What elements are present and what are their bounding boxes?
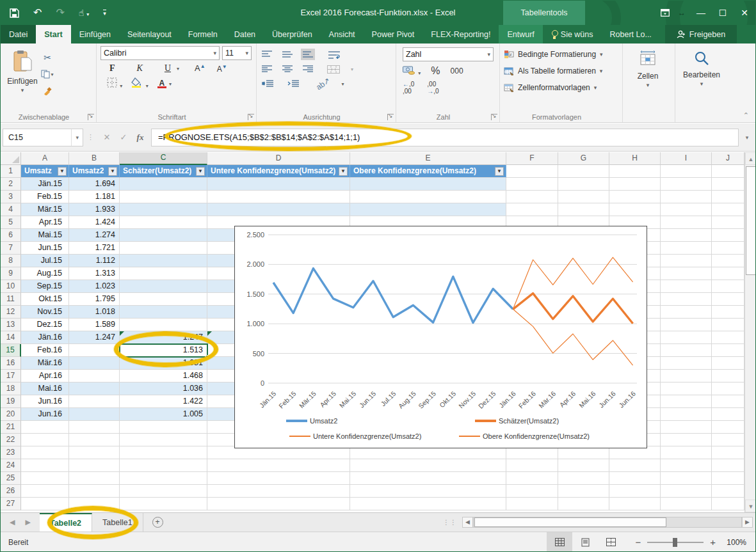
- ribbon-display-options-icon[interactable]: [657, 1, 673, 25]
- cell-E24[interactable]: [350, 459, 506, 472]
- row-header-9[interactable]: 9: [1, 267, 21, 280]
- cell-A24[interactable]: [21, 459, 69, 472]
- cell-E4[interactable]: [350, 203, 506, 216]
- cell-C21[interactable]: [120, 421, 207, 434]
- font-color-icon[interactable]: A ▾: [157, 79, 172, 89]
- cell-I8[interactable]: [661, 255, 712, 267]
- horizontal-scroll-thumb[interactable]: [474, 517, 666, 527]
- cell-H4[interactable]: [609, 203, 661, 216]
- column-header-f[interactable]: F: [506, 152, 558, 165]
- cell-A14[interactable]: Jän.16: [21, 331, 69, 344]
- page-layout-view-button[interactable]: [572, 532, 598, 552]
- cell-C19[interactable]: 1.422: [120, 395, 207, 408]
- horizontal-scroll-track[interactable]: [473, 517, 742, 528]
- cell-A4[interactable]: Mär.15: [21, 203, 69, 216]
- cell-C16[interactable]: 1.081: [120, 357, 207, 370]
- cell-B16[interactable]: [69, 357, 120, 370]
- cell-C15[interactable]: 1.513: [120, 344, 207, 357]
- cell-C17[interactable]: 1.468: [120, 370, 207, 382]
- filter-dropdown-icon[interactable]: ▼: [196, 167, 205, 176]
- cell-J18[interactable]: [712, 382, 744, 395]
- cell-A22[interactable]: [21, 434, 69, 446]
- cell-C24[interactable]: [120, 459, 207, 472]
- chart-series-umsatz2[interactable]: [273, 269, 513, 323]
- cell-E2[interactable]: [350, 178, 506, 191]
- row-header-26[interactable]: 26: [1, 485, 21, 498]
- maximize-button[interactable]: ☐: [712, 1, 734, 25]
- column-header-a[interactable]: A: [21, 152, 69, 165]
- row-header-1[interactable]: 1: [1, 165, 21, 178]
- cell-I5[interactable]: [661, 216, 712, 229]
- column-header-i[interactable]: I: [661, 152, 712, 165]
- row-header-8[interactable]: 8: [1, 255, 21, 267]
- page-break-view-button[interactable]: [598, 532, 623, 552]
- row-header-5[interactable]: 5: [1, 216, 21, 229]
- cell-A12[interactable]: Nov.15: [21, 306, 69, 319]
- filter-dropdown-icon[interactable]: ▼: [108, 167, 117, 176]
- cell-C18[interactable]: 1.036: [120, 382, 207, 395]
- share-button[interactable]: Freigeben: [665, 25, 737, 43]
- cell-F27[interactable]: [506, 498, 558, 510]
- increase-decimal-icon[interactable]: ←,0,00: [403, 81, 414, 95]
- scroll-right-icon[interactable]: ▶: [742, 517, 753, 528]
- cell-I24[interactable]: [661, 459, 712, 472]
- column-header-g[interactable]: G: [558, 152, 609, 165]
- normal-view-button[interactable]: [547, 532, 572, 552]
- row-header-6[interactable]: 6: [1, 229, 21, 242]
- row-header-17[interactable]: 17: [1, 370, 21, 382]
- cell-D26[interactable]: [207, 485, 350, 498]
- cell-J10[interactable]: [712, 280, 744, 293]
- format-as-table-button[interactable]: Als Tabelle formatieren▾: [504, 63, 620, 79]
- row-header-4[interactable]: 4: [1, 203, 21, 216]
- cell-B8[interactable]: 1.112: [69, 255, 120, 267]
- row-header-27[interactable]: 27: [1, 498, 21, 510]
- fill-color-icon[interactable]: ▾: [131, 77, 148, 90]
- cell-H3[interactable]: [609, 191, 661, 203]
- cell-B18[interactable]: [69, 382, 120, 395]
- ribbon-tab-power-pivot[interactable]: Power Pivot: [364, 25, 423, 43]
- cell-G26[interactable]: [558, 485, 609, 498]
- cell-E27[interactable]: [350, 498, 506, 510]
- cell-J12[interactable]: [712, 306, 744, 319]
- column-header-h[interactable]: H: [609, 152, 661, 165]
- cell-A26[interactable]: [21, 485, 69, 498]
- cell-A27[interactable]: [21, 498, 69, 510]
- decrease-indent-icon[interactable]: [262, 80, 273, 88]
- currency-format-icon[interactable]: ▾: [403, 66, 421, 77]
- column-header-c[interactable]: C: [120, 152, 207, 165]
- ribbon-tab-datei[interactable]: Datei: [1, 25, 36, 43]
- cell-B15[interactable]: [69, 344, 120, 357]
- cell-J5[interactable]: [712, 216, 744, 229]
- font-dialog-launcher-icon[interactable]: [248, 114, 254, 120]
- cell-C7[interactable]: [120, 242, 207, 255]
- cell-C6[interactable]: [120, 229, 207, 242]
- cell-D23[interactable]: [207, 446, 350, 459]
- cell-J21[interactable]: [712, 421, 744, 434]
- copy-icon[interactable]: ▾: [40, 68, 54, 81]
- cell-I26[interactable]: [661, 485, 712, 498]
- name-box[interactable]: C15 ▾: [3, 129, 83, 146]
- row-header-25[interactable]: 25: [1, 472, 21, 485]
- cell-G3[interactable]: [558, 191, 609, 203]
- cell-G23[interactable]: [558, 446, 609, 459]
- ribbon-tab-start[interactable]: Start: [36, 25, 70, 43]
- cell-B22[interactable]: [69, 434, 120, 446]
- cell-J20[interactable]: [712, 408, 744, 421]
- ribbon-tab-flex-reporting-[interactable]: FLEX-Reporting!: [422, 25, 499, 43]
- cells-button[interactable]: Zellen ▾: [627, 46, 669, 107]
- cell-J22[interactable]: [712, 434, 744, 446]
- cell-A15[interactable]: Feb.16: [21, 344, 69, 357]
- cell-B9[interactable]: 1.313: [69, 267, 120, 280]
- cell-B6[interactable]: 1.274: [69, 229, 120, 242]
- cell-A18[interactable]: Mai.16: [21, 382, 69, 395]
- cell-styles-button[interactable]: Zellenformatvorlagen▾: [504, 79, 620, 96]
- cell-F3[interactable]: [506, 191, 558, 203]
- cell-C3[interactable]: [120, 191, 207, 203]
- cell-B5[interactable]: 1.424: [69, 216, 120, 229]
- ribbon-tab-formeln[interactable]: Formeln: [180, 25, 226, 43]
- cell-C10[interactable]: [120, 280, 207, 293]
- select-all-corner[interactable]: [1, 152, 21, 165]
- cell-G4[interactable]: [558, 203, 609, 216]
- cell-C12[interactable]: [120, 306, 207, 319]
- cell-G1[interactable]: [558, 165, 609, 178]
